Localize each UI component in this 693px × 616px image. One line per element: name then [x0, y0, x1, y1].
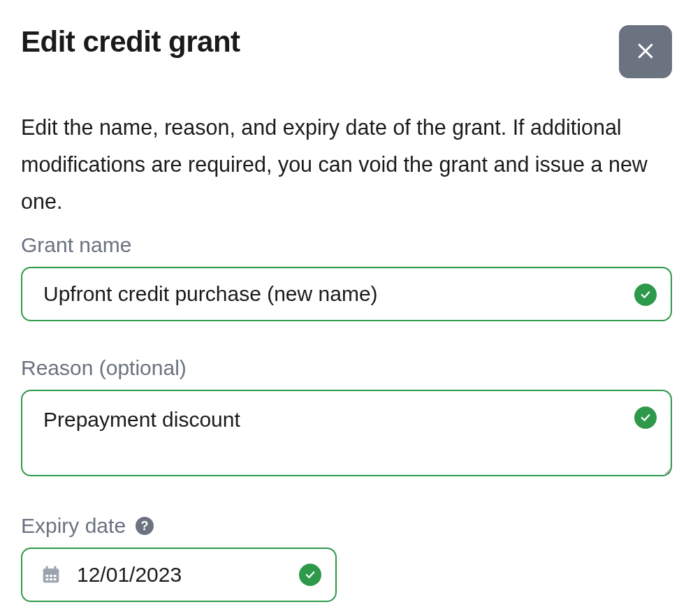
grant-name-group: Grant name	[21, 233, 672, 321]
grant-name-input-wrap	[21, 267, 672, 321]
svg-rect-6	[54, 575, 57, 577]
dialog-description: Edit the name, reason, and expiry date o…	[21, 109, 672, 219]
svg-rect-9	[54, 578, 57, 580]
svg-rect-1	[43, 569, 59, 573]
close-button[interactable]	[619, 25, 672, 78]
svg-rect-4	[46, 575, 49, 577]
reason-group: Reason (optional) Prepayment discount	[21, 356, 672, 479]
calendar-icon	[41, 564, 61, 585]
checkmark-icon	[634, 284, 657, 306]
reason-label: Reason (optional)	[21, 356, 672, 380]
svg-rect-7	[46, 578, 49, 580]
svg-rect-8	[50, 578, 52, 580]
svg-rect-5	[50, 575, 52, 577]
expiry-label: Expiry date ?	[21, 514, 672, 538]
help-icon[interactable]: ?	[136, 517, 154, 535]
close-icon	[635, 41, 656, 64]
svg-rect-2	[46, 566, 48, 571]
expiry-label-text: Expiry date	[21, 514, 126, 538]
reason-input-wrap: Prepayment discount	[21, 390, 672, 479]
reason-input[interactable]: Prepayment discount	[21, 390, 672, 476]
grant-name-label: Grant name	[21, 233, 672, 257]
svg-rect-3	[54, 566, 56, 571]
checkmark-icon	[634, 406, 657, 429]
checkmark-icon	[299, 564, 321, 586]
expiry-group: Expiry date ?	[21, 514, 672, 602]
dialog-header: Edit credit grant	[21, 25, 672, 78]
grant-name-input[interactable]	[21, 267, 672, 321]
dialog-title: Edit credit grant	[21, 25, 240, 59]
expiry-input-wrap	[21, 548, 337, 602]
expiry-input[interactable]	[21, 548, 337, 602]
